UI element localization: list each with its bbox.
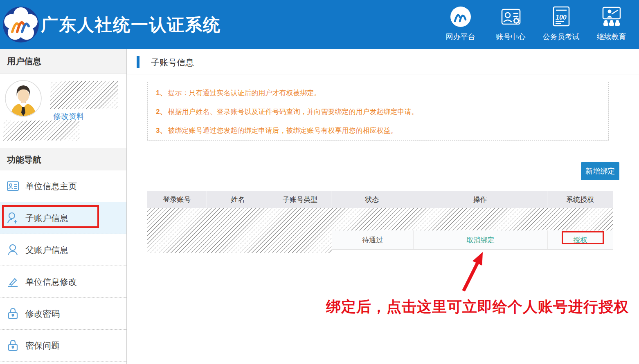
- authorize-cell: 授权: [547, 230, 613, 249]
- sidebar-item-label: 修改密码: [25, 308, 60, 319]
- nav-item-account-center[interactable]: 账号中心: [486, 5, 536, 42]
- sub-account-table: 登录账号 姓名 子账号类型 状态 操作 系统授权 待通过 取消绑定 授权: [147, 191, 613, 253]
- sidebar-item-label: 子账户信息: [25, 212, 68, 224]
- nav-item-portal[interactable]: 网办平台: [435, 5, 486, 42]
- cancel-binding-link[interactable]: 取消绑定: [467, 235, 495, 245]
- sidebar-item-unit-edit[interactable]: 单位信息修改: [0, 266, 126, 298]
- edit-icon: [7, 275, 19, 288]
- account-center-icon: [499, 5, 523, 29]
- id-card-icon: [7, 180, 19, 192]
- nav-item-civil-exam[interactable]: 100 公务员考试: [536, 5, 586, 42]
- column-header: 子账号类型: [269, 191, 331, 208]
- redacted-account-cells: [147, 208, 332, 253]
- user-section-title: 用户信息: [0, 49, 126, 74]
- column-header: 姓名: [207, 191, 269, 208]
- tips-box: 1、 提示：只有通过实名认证后的用户才有权被绑定。 2、 根据用户姓名、登录账号…: [147, 82, 609, 141]
- portal-icon: [449, 5, 473, 29]
- nav-section-title: 功能导航: [0, 148, 126, 170]
- sidebar-item-unit-home[interactable]: 单位信息主页: [0, 170, 126, 202]
- nav-label: 账号中心: [496, 32, 526, 42]
- tip-number: 2、: [156, 107, 166, 116]
- sidebar-item-label: 单位信息主页: [25, 181, 77, 192]
- status-cell: 待通过: [332, 230, 413, 249]
- avatar: [5, 80, 42, 117]
- sidebar-item-security-question[interactable]: 密保问题: [0, 330, 126, 362]
- table-row: 待通过 取消绑定 授权: [147, 208, 613, 253]
- tip-line: 2、 根据用户姓名、登录账号以及证件号码查询，并向需要绑定的用户发起绑定申请。: [156, 107, 604, 126]
- tutorial-annotation-text: 绑定后，点击这里可立即给个人账号进行授权: [326, 297, 629, 317]
- nav-label: 公务员考试: [543, 32, 580, 42]
- tip-line: 3、 被绑定账号通过您发起的绑定申请后，被绑定账号有权享用您的相应权益。: [156, 126, 604, 145]
- lock-icon: [7, 307, 19, 320]
- tip-text: 被绑定账号通过您发起的绑定申请后，被绑定账号有权享用您的相应权益。: [168, 126, 397, 135]
- column-header: 状态: [331, 191, 413, 208]
- sidebar-item-label: 父账户信息: [25, 244, 68, 256]
- table-header-row: 登录账号 姓名 子账号类型 状态 操作 系统授权: [147, 191, 613, 208]
- main-content: 子账号信息 1、 提示：只有通过实名认证后的用户才有权被绑定。 2、 根据用户姓…: [127, 49, 639, 364]
- sidebar-item-label: 单位信息修改: [25, 276, 77, 288]
- nav-label: 继续教育: [597, 32, 626, 42]
- redacted-user-name: [50, 81, 118, 109]
- tutorial-arrow-icon: [458, 247, 491, 296]
- tip-number: 1、: [156, 89, 166, 98]
- row-cells: 待通过 取消绑定 授权: [332, 230, 613, 250]
- lock-icon: [7, 339, 19, 352]
- civil-exam-icon: 100: [549, 5, 573, 29]
- tip-line: 1、 提示：只有通过实名认证后的用户才有权被绑定。: [156, 89, 604, 107]
- sidebar-item-sub-account[interactable]: 子账户信息: [0, 202, 126, 234]
- app-logo-icon: [2, 6, 39, 43]
- page-title-bar: 子账号信息: [127, 49, 639, 74]
- column-header: 登录账号: [147, 191, 207, 208]
- continuing-education-icon: [600, 5, 623, 29]
- user-add-icon: [7, 212, 19, 224]
- page-title: 子账号信息: [151, 57, 194, 68]
- user-icon: [7, 243, 19, 256]
- tip-text: 根据用户姓名、登录账号以及证件号码查询，并向需要绑定的用户发起绑定申请。: [168, 107, 418, 116]
- nav-label: 网办平台: [446, 32, 475, 42]
- add-binding-button[interactable]: 新增绑定: [581, 162, 619, 180]
- redacted-user-id: [3, 121, 79, 141]
- sidebar-item-change-password[interactable]: 修改密码: [0, 298, 126, 330]
- action-cell: 取消绑定: [413, 230, 547, 249]
- authorize-link[interactable]: 授权: [574, 235, 587, 245]
- title-accent-bar: [137, 56, 140, 68]
- column-header: 系统授权: [547, 191, 613, 208]
- page: 广东人社统一认证系统 网办平台 账号中心: [0, 0, 639, 364]
- tip-number: 3、: [156, 126, 166, 135]
- sidebar-nav: 单位信息主页 子账户信息 父账户信息: [0, 170, 126, 362]
- svg-text:100: 100: [556, 14, 567, 21]
- tip-text: 提示：只有通过实名认证后的用户才有权被绑定。: [168, 89, 321, 98]
- sidebar: 用户信息 修改资料 功能导航: [0, 49, 127, 364]
- column-header: 操作: [413, 191, 547, 208]
- sidebar-item-parent-account[interactable]: 父账户信息: [0, 234, 126, 266]
- header-nav: 网办平台 账号中心 100: [435, 5, 637, 42]
- nav-item-continuing-education[interactable]: 继续教育: [586, 5, 637, 42]
- app-title: 广东人社统一认证系统: [41, 13, 221, 36]
- sidebar-item-label: 密保问题: [25, 340, 60, 351]
- app-header: 广东人社统一认证系统 网办平台 账号中心: [0, 0, 639, 49]
